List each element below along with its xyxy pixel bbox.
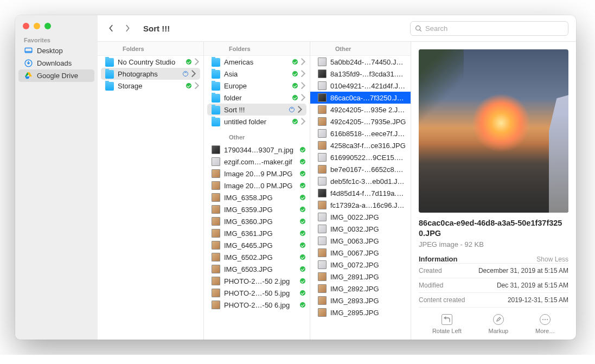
folder-row[interactable]: untitled folder bbox=[204, 116, 310, 127]
folder-row[interactable]: Photographs bbox=[101, 68, 200, 80]
file-row[interactable]: IMG_6359.JPG bbox=[204, 203, 310, 215]
file-row[interactable]: IMG_6358.JPG bbox=[204, 191, 310, 203]
folder-row[interactable]: Sort !!! bbox=[207, 104, 306, 116]
file-row[interactable]: 1790344…9307_n.jpg bbox=[204, 144, 310, 156]
row-label: Image 20…0 PM.JPG bbox=[224, 182, 298, 190]
file-row[interactable]: be7e0167-…6652c8.JPG bbox=[310, 163, 411, 175]
sync-status-icon bbox=[300, 195, 305, 200]
file-row[interactable]: IMG_6465.JPG bbox=[204, 239, 310, 251]
show-less-button[interactable]: Show Less bbox=[536, 256, 568, 263]
column-3[interactable]: Other 5a0bb24d-…74450.JPG 8a135fd9-…f3cd… bbox=[310, 42, 411, 340]
file-row[interactable]: IMG_6360.JPG bbox=[204, 215, 310, 227]
google-drive-icon bbox=[24, 71, 33, 80]
file-row[interactable]: IMG_2891.JPG bbox=[310, 271, 411, 283]
file-row[interactable]: 492c4205-…7935e.JPG bbox=[310, 116, 411, 127]
file-row[interactable]: 5a0bb24d-…74450.JPG bbox=[310, 56, 411, 68]
column-header: Other bbox=[310, 42, 411, 56]
file-row[interactable]: PHOTO-2…-50 2.jpg bbox=[204, 275, 310, 287]
file-row[interactable]: 86cac0ca-…7f3250.JPG bbox=[310, 92, 411, 104]
file-row[interactable]: IMG_6502.JPG bbox=[204, 251, 310, 263]
action-label: Rotate Left bbox=[432, 328, 462, 334]
forward-button[interactable] bbox=[121, 22, 133, 34]
column-2[interactable]: Folders Americas Asia Europe folder Sort… bbox=[204, 42, 310, 340]
sync-status-icon bbox=[300, 266, 305, 272]
image-file-icon bbox=[318, 177, 327, 186]
file-row[interactable]: deb5fc1c-3…eb0d1.JPG bbox=[310, 175, 411, 187]
markup-button[interactable]: Markup bbox=[489, 314, 509, 334]
info-key: Content created bbox=[419, 296, 465, 304]
close-window-button[interactable] bbox=[23, 23, 29, 29]
minimize-window-button[interactable] bbox=[34, 23, 40, 29]
file-row[interactable]: f4d85d14-f…7d119a.JPG bbox=[310, 187, 411, 199]
more-button[interactable]: More… bbox=[535, 314, 555, 334]
row-label: Americas bbox=[224, 58, 290, 66]
action-label: More… bbox=[535, 328, 555, 334]
back-button[interactable] bbox=[105, 22, 117, 34]
column-1[interactable]: Folders No Country Studio Photographs St… bbox=[98, 42, 204, 340]
file-row[interactable]: Image 20…9 PM.JPG bbox=[204, 168, 310, 180]
row-label: IMG_0032.JPG bbox=[330, 225, 406, 233]
sync-status-icon bbox=[300, 254, 305, 260]
image-file-icon bbox=[318, 189, 327, 197]
sync-status-icon bbox=[300, 219, 305, 224]
row-label: 8a135fd9-…f3cda31.JPG bbox=[330, 70, 406, 78]
search-field[interactable] bbox=[410, 21, 568, 36]
row-label: 616b8518-…eece7f.JPG bbox=[330, 130, 406, 138]
file-row[interactable]: 616b8518-…eece7f.JPG bbox=[310, 127, 411, 139]
file-row[interactable]: IMG_2892.JPG bbox=[310, 283, 411, 295]
zoom-window-button[interactable] bbox=[44, 23, 51, 29]
downloads-icon bbox=[24, 59, 33, 68]
info-row: Content created 2019-12-31, 5:15 AM bbox=[419, 292, 568, 307]
file-row[interactable]: IMG_0067.JPG bbox=[310, 247, 411, 259]
row-label: PHOTO-2…-50 6.jpg bbox=[224, 301, 298, 309]
image-file-icon bbox=[212, 265, 220, 273]
file-row[interactable]: IMG_0022.JPG bbox=[310, 211, 411, 223]
folder-row[interactable]: No Country Studio bbox=[98, 56, 203, 68]
row-label: 492c4205-…935e 2.JPG bbox=[330, 106, 406, 114]
row-label: Sort !!! bbox=[224, 106, 287, 114]
main-area: Sort !!! Folders No Country Studio Photo… bbox=[98, 15, 576, 340]
row-label: IMG_0072.JPG bbox=[330, 261, 406, 269]
row-label: IMG_6503.JPG bbox=[224, 265, 298, 273]
folder-row[interactable]: Europe bbox=[204, 80, 310, 92]
file-row[interactable]: PHOTO-2…-50 6.jpg bbox=[204, 299, 310, 311]
file-row[interactable]: IMG_2893.JPG bbox=[310, 295, 411, 306]
file-row[interactable]: IMG_0063.JPG bbox=[310, 235, 411, 247]
file-row[interactable]: IMG_6361.JPG bbox=[204, 227, 310, 239]
file-row[interactable]: PHOTO-2…-50 5.jpg bbox=[204, 287, 310, 299]
row-label: IMG_6359.JPG bbox=[224, 206, 298, 214]
sync-status-icon bbox=[300, 147, 305, 152]
file-row[interactable]: IMG_0032.JPG bbox=[310, 223, 411, 235]
image-file-icon bbox=[212, 241, 220, 250]
sidebar-item-google-drive[interactable]: Google Drive bbox=[18, 69, 94, 82]
sync-status-icon bbox=[292, 95, 298, 100]
file-row[interactable]: fc17392a-a…16c96.JPG bbox=[310, 199, 411, 211]
file-row[interactable]: IMG_6503.JPG bbox=[204, 263, 310, 275]
sidebar-item-desktop[interactable]: Desktop bbox=[18, 44, 94, 57]
image-file-icon bbox=[318, 165, 327, 174]
folder-row[interactable]: folder bbox=[204, 92, 310, 104]
file-row[interactable]: 8a135fd9-…f3cda31.JPG bbox=[310, 68, 411, 80]
file-row[interactable]: IMG_0072.JPG bbox=[310, 259, 411, 271]
folder-icon bbox=[212, 58, 220, 67]
row-label: 010e4921-…421d4f.JPG bbox=[330, 82, 406, 90]
row-label: IMG_0067.JPG bbox=[330, 249, 406, 257]
file-row[interactable]: 010e4921-…421d4f.JPG bbox=[310, 80, 411, 92]
file-row[interactable]: IMG_2895.JPG bbox=[310, 306, 411, 318]
file-row[interactable]: 492c4205-…935e 2.JPG bbox=[310, 104, 411, 116]
sidebar-item-downloads[interactable]: Downloads bbox=[18, 57, 94, 69]
file-row[interactable]: ezgif.com…-maker.gif bbox=[204, 156, 310, 168]
preview-image bbox=[419, 49, 568, 213]
rotate-left-button[interactable]: Rotate Left bbox=[432, 314, 462, 334]
file-row[interactable]: 4258ca3f-f…ce316.JPG bbox=[310, 139, 411, 151]
svg-point-5 bbox=[542, 319, 543, 320]
sidebar-item-label: Desktop bbox=[37, 47, 63, 55]
row-label: 4258ca3f-f…ce316.JPG bbox=[330, 142, 406, 150]
search-input[interactable] bbox=[425, 24, 564, 33]
file-row[interactable]: 616990522…9CE15.JPG bbox=[310, 151, 411, 163]
folder-row[interactable]: Asia bbox=[204, 68, 310, 80]
file-row[interactable]: Image 20…0 PM.JPG bbox=[204, 180, 310, 191]
folder-row[interactable]: Americas bbox=[204, 56, 310, 68]
row-label: Photographs bbox=[118, 70, 181, 78]
folder-row[interactable]: Storage bbox=[98, 80, 203, 92]
